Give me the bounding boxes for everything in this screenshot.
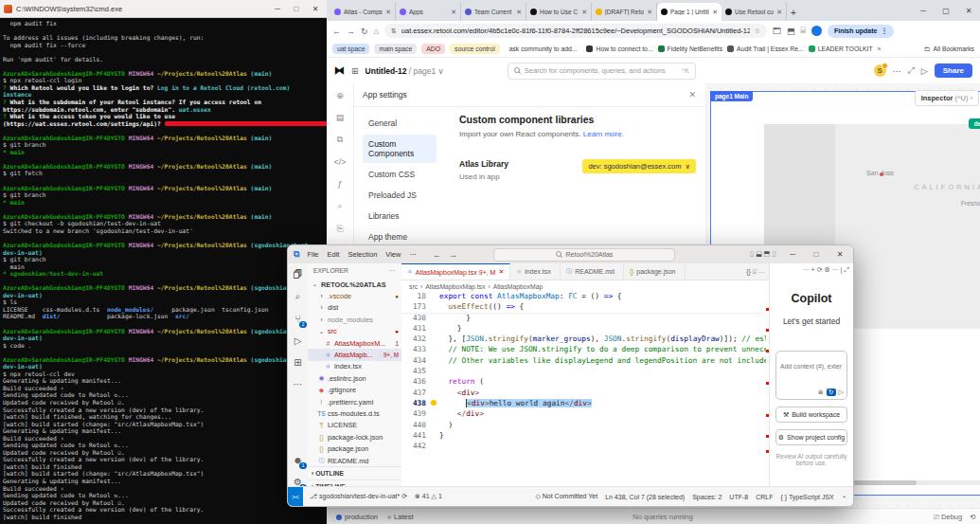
eol-status[interactable]: CRLF <box>756 494 773 500</box>
extensions-icon[interactable]: ⊞ <box>288 357 308 368</box>
tree-item-readme-md[interactable]: ⓘREADME.md <box>308 455 401 466</box>
history-icon[interactable]: ⟲ <box>970 513 975 522</box>
language-mode-status[interactable]: { } TypeScript JSX <box>780 494 833 500</box>
encoding-status[interactable]: UTF-8 <box>729 494 748 500</box>
vscode-command-search[interactable]: Retool%20Atlas <box>493 248 675 262</box>
tree-item-package-lock-json[interactable]: {}package-lock.json <box>308 431 401 443</box>
preview-icon[interactable]: ▷ <box>921 66 928 76</box>
browser-tab-6[interactable]: Page 1 | Untitl✕ <box>657 3 722 21</box>
forward-icon[interactable]: → <box>347 27 355 36</box>
editor-tab-package.json[interactable]: {}package.json <box>624 263 686 280</box>
tab-close-icon[interactable]: ✕ <box>776 9 782 16</box>
browser-tab-7[interactable]: Use Retool cu✕ <box>722 3 787 21</box>
show-project-config-button[interactable]: ⚙Show project config <box>775 429 847 445</box>
tree-item-package-json[interactable]: {}package.json <box>308 443 401 454</box>
vscode-close-button[interactable]: ✕ <box>832 250 847 259</box>
menu-view[interactable]: View <box>385 250 401 259</box>
settings-nav-custom-css[interactable]: Custom CSS <box>363 165 437 184</box>
notifications-bell-icon[interactable]: ◔ <box>842 494 846 500</box>
vscode-forward-icon[interactable]: → <box>449 250 457 260</box>
browser-tab-4[interactable]: How to Use C✕ <box>526 3 592 21</box>
tree-item-index-tsx[interactable]: ⚛index.tsx <box>308 361 401 372</box>
browser-tab-5[interactable]: [DRAFT] Retoo✕ <box>592 3 657 21</box>
rail-icon-0[interactable]: ⊕ <box>336 91 344 100</box>
bookmark-item[interactable]: LEADER TOOLKIT <box>809 45 873 52</box>
breadcrumb-item[interactable]: AtlasMapboxMap <box>493 283 543 290</box>
retool-logo-icon[interactable]: ⧓ <box>334 64 345 77</box>
learn-more-link[interactable]: Learn more. <box>583 130 624 138</box>
inspector-button[interactable]: Inspector (^U) › <box>915 90 979 106</box>
tree-item-license[interactable]: ¶LICENSE <box>308 420 401 431</box>
tree-item-node-modules[interactable]: ›node_modules <box>308 314 401 325</box>
explorer-icon[interactable]: 🗍 <box>287 269 308 280</box>
build-workspace-button[interactable]: ⚒Build workspace <box>775 407 847 423</box>
git-branch-status[interactable]: ⎇ sgodoshian/test-dev-in-uat* ⟳ <box>310 493 407 500</box>
bookmark-item[interactable]: Audit Trail | Essex Re... <box>727 45 804 52</box>
settings-nav-libraries[interactable]: Libraries <box>363 207 437 226</box>
app-grid-icon[interactable]: ⊞ <box>351 66 359 76</box>
bookmark-item[interactable]: ask community to add... <box>505 44 582 54</box>
terminal-minimize-button[interactable]: ─ <box>270 5 285 13</box>
code-editor[interactable]: 18export const AtlasMapboxMap: FC = () =… <box>401 291 766 487</box>
explorer-actions-icon[interactable]: ⋯ <box>388 267 396 275</box>
tab-close-icon[interactable]: ✕ <box>451 9 456 16</box>
settings-nav-preloaded-js[interactable]: Preloaded JS <box>363 186 437 205</box>
toggle-panel-icons[interactable]: ⌷ ⬓ ⬒ ⌷ <box>749 250 776 260</box>
tab-close-icon[interactable]: ✕ <box>647 9 652 16</box>
browser-menu-icon[interactable]: ⋮ <box>881 27 887 35</box>
send-icon[interactable]: ▷ <box>839 388 844 396</box>
browser-close-button[interactable]: ✕ <box>957 7 980 15</box>
tree-item-retool-20atlas[interactable]: ⌄RETOOL%20ATLAS <box>308 279 401 290</box>
menu-edit[interactable]: Edit <box>328 250 340 259</box>
commit-status[interactable]: ◇ Not Committed Yet <box>535 493 597 500</box>
vscode-minimize-button[interactable]: ─ <box>785 250 800 259</box>
browser-maximize-button[interactable]: ▢ <box>935 7 957 15</box>
rail-icon-6[interactable]: ⎘ <box>336 224 343 234</box>
editor-tab-index.tsx[interactable]: ⚛index.tsx <box>510 263 560 280</box>
copilot-chat-input[interactable]: Add context (#), exter ≣ ↻ ▷ <box>775 351 847 400</box>
attach-icon[interactable]: ≣ <box>818 388 824 396</box>
tree-item-src[interactable]: ⌄src● <box>308 326 401 337</box>
bookmarks-overflow-chevron[interactable]: » <box>878 45 882 52</box>
share-button[interactable]: Share <box>935 63 972 78</box>
home-icon[interactable]: ⌂ <box>374 27 379 36</box>
browser-tab-3[interactable]: Team Current✕ <box>461 3 526 21</box>
run-debug-icon[interactable]: ▷ <box>288 335 308 346</box>
tree-item-atlasmapb-[interactable]: ⚛AtlasMapb...9+, M <box>308 349 401 360</box>
menu-⋯[interactable]: ⋯ <box>409 250 417 259</box>
vscode-back-icon[interactable]: ← <box>433 250 441 260</box>
release-tag[interactable]: ⟡ Latest <box>387 513 413 522</box>
address-bar[interactable]: ⇅ uat.essex.retool.com/editor/4b5c1e0c-8… <box>384 24 767 38</box>
browser-tab-2[interactable]: Apps✕ <box>396 3 461 21</box>
tree-item-dist[interactable]: ›dist <box>308 302 401 314</box>
editor-actions-icons[interactable]: {} ⌻ ⋯ <box>741 263 770 280</box>
page-selection-badge[interactable]: page1 Main <box>710 91 753 101</box>
editor-tab-AtlasMapboxMap.tsx[interactable]: ⚛AtlasMapboxMap.tsx 9+, M✕ <box>401 263 510 280</box>
settings-nav-app-theme[interactable]: App theme <box>363 227 437 246</box>
editor-tab-README.md[interactable]: ⓘREADME.md <box>561 263 624 280</box>
rail-icon-3[interactable]: </> <box>333 157 346 167</box>
source-control-icon[interactable]: ⑂2 <box>288 314 308 324</box>
rail-icon-2[interactable]: ⧉ <box>337 135 343 145</box>
tab-close-icon[interactable]: ✕ <box>581 9 587 16</box>
reload-icon[interactable]: ↻ <box>361 27 368 36</box>
browser-minimize-button[interactable]: ─ <box>912 7 935 15</box>
vscode-maximize-button[interactable]: □ <box>809 250 824 259</box>
settings-nav-general[interactable]: General <box>363 114 437 133</box>
site-settings-icon[interactable]: ⇅ <box>391 27 397 35</box>
indentation-status[interactable]: Spaces: 2 <box>692 494 722 500</box>
tree-item--prettierrc-yaml[interactable]: !.prettierrc.yaml <box>308 396 401 407</box>
more-options-icon[interactable]: ⋯ <box>893 66 901 76</box>
env-indicator[interactable]: production <box>336 513 378 521</box>
search-tabs-icon[interactable]: ⌸ <box>801 26 806 36</box>
menu-selection[interactable]: Selection <box>347 250 377 259</box>
bookmark-item[interactable]: ADO <box>421 44 445 54</box>
browser-profile-avatar[interactable] <box>811 26 822 36</box>
breadcrumb-item[interactable]: AtlasMapboxMap.tsx <box>425 283 485 290</box>
bookmark-item[interactable]: source control <box>450 44 500 54</box>
finish-update-button[interactable]: Finish update⋮ <box>828 25 895 38</box>
terminal-output[interactable]: npm audit fix To address all issues (inc… <box>0 18 327 520</box>
vscode-titlebar[interactable]: ⧉ FileEditSelectionView⋯ ← → Retool%20At… <box>288 245 853 263</box>
bookmark-item[interactable]: Fidelity NetBenefits <box>658 45 723 52</box>
bookmark-item[interactable]: main space <box>374 44 417 54</box>
